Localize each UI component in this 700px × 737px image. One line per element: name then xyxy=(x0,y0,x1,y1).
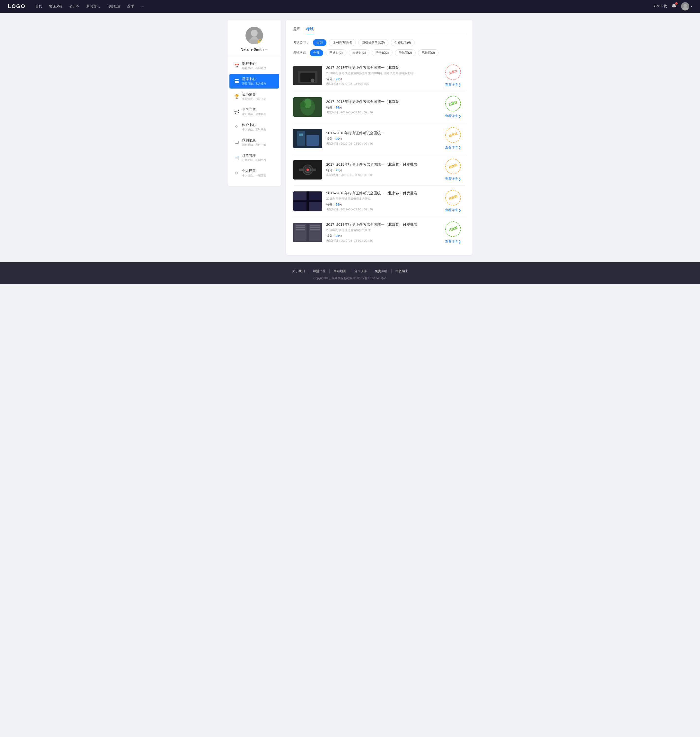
sidebar-item-question-bank[interactable]: 题库中心 海量习题、助力通关 xyxy=(229,74,279,88)
filter-status-pending-review[interactable]: 待批阅(2) xyxy=(395,49,416,56)
avatar-icon xyxy=(681,2,689,10)
filter-type-paid[interactable]: 付费批卷(6) xyxy=(391,39,415,46)
footer: 关于我们 加盟代理 网站地图 合作伙伴 免责声明 招贤纳士 Copyright©… xyxy=(0,262,700,284)
nav-home[interactable]: 首页 xyxy=(35,4,42,9)
profile-name-row: Natalie Smith ✏ xyxy=(241,47,268,51)
view-detail-button[interactable]: 查看详情 ❯ xyxy=(445,177,461,181)
footer-link-careers[interactable]: 招贤纳士 xyxy=(391,269,412,273)
filter-type-all[interactable]: 全部 xyxy=(313,39,326,46)
tab-question-bank[interactable]: 题库 xyxy=(293,27,300,34)
sidebar-item-messages[interactable]: 我的消息 消息通知、及时了解 xyxy=(229,135,279,150)
sidebar-item-course-center[interactable]: 📅 课程中心 精彩课程、不容错过 xyxy=(229,58,279,73)
nav-more[interactable]: ··· xyxy=(141,4,144,9)
exam-right: 已批阅 查看详情 ❯ xyxy=(441,221,465,244)
filter-status-reviewed[interactable]: 已批阅(2) xyxy=(418,49,439,56)
svg-rect-29 xyxy=(308,192,322,201)
svg-rect-25 xyxy=(299,168,304,171)
exam-right: 待考试 查看详情 ❯ xyxy=(441,127,465,150)
view-detail-button[interactable]: 查看详情 ❯ xyxy=(445,145,461,150)
profile-badge-icon: 🏅 xyxy=(257,40,262,44)
notification-badge xyxy=(675,2,678,4)
exam-title: 2017–2018年行测证件考试全国统一（北京卷）付费批卷 xyxy=(326,191,437,196)
header: LOGO 首页 发现课程 公开课 新闻资讯 问答社区 题库 ··· APP下载 … xyxy=(0,0,700,13)
exam-status-stamp: 待批阅 xyxy=(443,188,463,208)
filter-status-passed[interactable]: 已通过(2) xyxy=(326,49,346,56)
filter-type-cert[interactable]: 证书类考试(4) xyxy=(329,39,356,46)
app-download-button[interactable]: APP下载 xyxy=(653,4,667,9)
arrow-right-icon: ❯ xyxy=(459,208,461,212)
exam-time: 考试时间：2019–05–03 10：09：09 xyxy=(326,173,437,177)
svg-rect-8 xyxy=(235,141,238,143)
nav-discover[interactable]: 发现课程 xyxy=(49,4,62,9)
nav-opencourse[interactable]: 公开课 xyxy=(69,4,79,9)
exam-score: 得分：25分 xyxy=(326,168,437,172)
sidebar-item-settings[interactable]: ⚙ 个人设置 个人信息、一键管理 xyxy=(229,166,279,180)
exam-title: 2017–2018年行测证件考试全国统一（北京卷） xyxy=(326,99,437,104)
nav-qa[interactable]: 问答社区 xyxy=(107,4,120,9)
exam-time: 考试时间：2019–05–03 10:09:09 xyxy=(326,82,437,86)
svg-rect-5 xyxy=(235,79,239,80)
edit-profile-icon[interactable]: ✏ xyxy=(265,47,268,51)
footer-link-about[interactable]: 关于我们 xyxy=(288,269,309,273)
exam-thumbnail xyxy=(293,97,322,117)
sidebar-item-certificate[interactable]: 🏆 证书荣誉 收获荣誉、持证上岗 xyxy=(229,89,279,104)
exam-desc: 2018年行测考试是最值得多去研究 xyxy=(326,197,419,201)
notification-bell-button[interactable] xyxy=(671,3,676,9)
exam-time: 考试时间：2019–05–03 10：09：09 xyxy=(326,142,437,146)
top-tabs: 题库 考试 xyxy=(293,27,465,34)
svg-rect-20 xyxy=(299,134,303,136)
exam-score: 得分：99分 xyxy=(326,105,437,110)
filter-status-row: 考试状态 全部 已通过(2) 未通过(2) 待考试(2) 待批阅(2) 已批阅(… xyxy=(293,49,465,56)
svg-rect-18 xyxy=(297,131,305,146)
sidebar-item-label: 订单管理 xyxy=(242,153,266,158)
logo: LOGO xyxy=(8,3,25,9)
svg-rect-36 xyxy=(309,224,321,241)
exam-thumbnail xyxy=(293,66,322,85)
nav-questionbank[interactable]: 题库 xyxy=(127,4,134,9)
user-menu-button[interactable]: ▾ xyxy=(681,2,692,10)
footer-link-partner[interactable]: 合作伙伴 xyxy=(350,269,371,273)
filter-type-label: 考试类型： xyxy=(293,40,309,45)
exam-item: 2017–2018年行测证件考试全国统一（北京卷） 得分：99分 考试时间：20… xyxy=(293,91,465,123)
filter-status-all[interactable]: 全部 xyxy=(310,49,323,56)
qa-icon: 💬 xyxy=(234,109,239,114)
view-detail-button[interactable]: 查看详情 ❯ xyxy=(445,208,461,212)
footer-link-join[interactable]: 加盟代理 xyxy=(309,269,329,273)
main-content: 题库 考试 考试类型： 全部 证书类考试(4) 随机抽题考试(5) 付费批卷(6… xyxy=(286,20,472,255)
nav-news[interactable]: 新闻资讯 xyxy=(86,4,100,9)
svg-rect-19 xyxy=(306,135,319,146)
svg-rect-38 xyxy=(296,227,305,228)
svg-point-24 xyxy=(306,168,309,171)
tab-exam[interactable]: 考试 xyxy=(306,27,313,34)
filter-type-random[interactable]: 随机抽题考试(5) xyxy=(358,39,388,46)
arrow-right-icon: ❯ xyxy=(459,114,461,118)
sidebar-item-label: 题库中心 xyxy=(242,77,266,81)
course-center-icon: 📅 xyxy=(234,63,239,68)
sidebar-item-qa[interactable]: 💬 学习问答 课后重温、疑难解答 xyxy=(229,104,279,119)
sidebar-item-orders[interactable]: 📄 订单管理 订单支出、明明白白 xyxy=(229,150,279,165)
exam-time: 考试时间：2019–05–03 10：09：09 xyxy=(326,111,437,115)
svg-rect-39 xyxy=(296,229,305,230)
view-detail-button[interactable]: 查看详情 ❯ xyxy=(445,114,461,118)
exam-thumbnail xyxy=(293,192,322,211)
exam-title: 2017–2018年行测证件考试全国统一（北京卷）付费批卷 xyxy=(326,222,437,227)
sidebar-item-label: 证书荣誉 xyxy=(242,92,266,97)
sidebar-item-sub: 收获荣誉、持证上岗 xyxy=(242,97,266,101)
filter-status-pending[interactable]: 待考试(2) xyxy=(372,49,393,56)
view-detail-button[interactable]: 查看详情 ❯ xyxy=(445,239,461,244)
view-detail-button[interactable]: 查看详情 ❯ xyxy=(445,83,461,87)
svg-point-12 xyxy=(310,78,315,83)
certificate-icon: 🏆 xyxy=(234,94,239,99)
filter-status-failed[interactable]: 未通过(2) xyxy=(349,49,369,56)
exam-item: 2017–2018年行测证件考试全国统一（北京卷）付费批卷 2018年行测考试是… xyxy=(293,217,465,248)
arrow-right-icon: ❯ xyxy=(459,146,461,149)
exam-info: 2017–2018年行测证件考试全国统一（北京卷）付费批卷 2018年行测考试是… xyxy=(326,191,437,212)
exam-score: 得分：25分 xyxy=(326,77,437,81)
filter-status-label: 考试状态 xyxy=(293,51,306,55)
exam-right: 已通过 查看详情 ❯ xyxy=(441,96,465,118)
sidebar-item-account[interactable]: 账户中心 个人权益、实时掌握 xyxy=(229,120,279,134)
sidebar-item-label: 课程中心 xyxy=(242,62,266,66)
exam-status-stamp: 待批阅 xyxy=(443,156,463,176)
footer-link-sitemap[interactable]: 网站地图 xyxy=(329,269,350,273)
footer-link-disclaimer[interactable]: 免责声明 xyxy=(371,269,391,273)
